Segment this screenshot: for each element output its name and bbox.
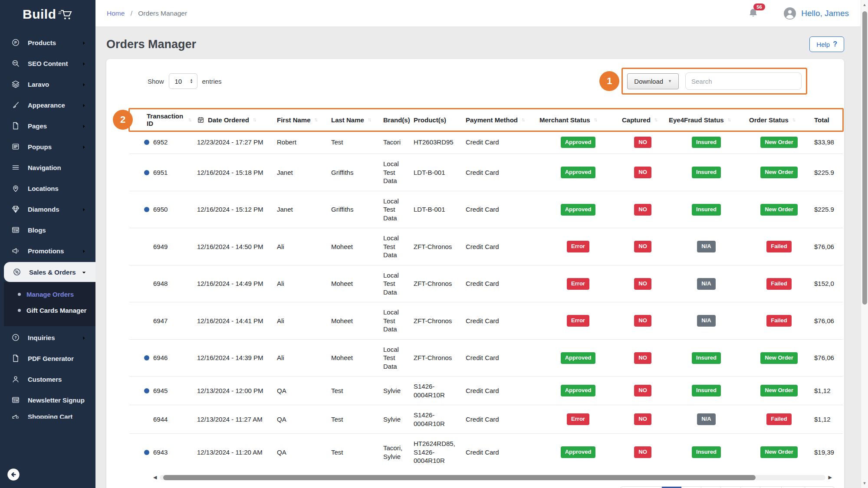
orders-table-zone: 2 Transaction ID↑↓Date Ordered↑↓First Na… — [129, 109, 843, 471]
download-search-area: 1 Download ▼ — [599, 68, 807, 95]
sidebar: Build PProductsSEOSEO ContentLaravoAppea… — [0, 0, 95, 488]
question-mark-icon: ? — [833, 40, 837, 48]
status-badge: Approved — [561, 352, 596, 364]
sidebar-item-shopping-cart[interactable]: Shopping Cart — [0, 413, 95, 419]
column-header-payment-method[interactable]: Payment Method↑↓ — [463, 109, 537, 131]
table-row[interactable]: 695212/23/2024 - 17:27 PMRobertTestTacor… — [129, 131, 843, 154]
status-badge: NO — [634, 413, 651, 425]
column-label: Last Name — [331, 116, 364, 124]
table-row[interactable]: 694512/13/2024 - 12:00 PMQATestSylvieS14… — [129, 377, 843, 405]
sidebar-item-sales-orders[interactable]: Sales & Orders — [4, 262, 95, 282]
sidebar-item-blogs[interactable]: Blogs — [0, 219, 95, 240]
sidebar-item-diamonds[interactable]: Diamonds — [0, 199, 95, 219]
horizontal-scroll-thumb[interactable] — [163, 475, 756, 480]
chevron_right-icon — [81, 206, 87, 212]
sidebar-item-pdf-generator[interactable]: PDF Generator — [0, 348, 95, 369]
scroll-up-icon[interactable]: ▲ — [861, 3, 868, 7]
column-header-first-name[interactable]: First Name↑↓ — [274, 109, 329, 131]
table-row[interactable]: 694712/16/2024 - 14:41 PMAliMoheetLocal … — [129, 302, 843, 340]
column-header-transaction-id[interactable]: Transaction ID↑↓ — [129, 109, 194, 131]
status-badge: New Order — [760, 385, 798, 396]
sidebar-item-appearance[interactable]: Appearance — [0, 95, 95, 115]
table-row[interactable]: 694812/16/2024 - 14:49 PMAliMoheetLocal … — [129, 265, 843, 302]
status-badge: NO — [634, 352, 651, 364]
search-input[interactable] — [685, 72, 802, 90]
status-badge: Insured — [692, 446, 721, 458]
sort-icon[interactable]: ↑↓ — [594, 117, 598, 123]
sidebar-item-navigation[interactable]: Navigation — [0, 157, 95, 178]
column-header-order-status[interactable]: Order Status↑↓ — [746, 109, 812, 131]
column-header-inner: Order Status↑↓ — [749, 116, 809, 124]
entries-value: 10 — [175, 78, 182, 85]
cell-products: S1426-0004R10R — [411, 405, 463, 434]
sort-icon[interactable]: ↑↓ — [521, 117, 525, 123]
chevron_right-icon — [81, 335, 87, 341]
breadcrumb-separator: / — [131, 10, 132, 17]
diamond-icon — [11, 205, 20, 213]
sort-icon[interactable]: ↑↓ — [188, 117, 192, 123]
sidebar-item-products[interactable]: PProducts — [0, 32, 95, 53]
column-header-last-name[interactable]: Last Name↑↓ — [329, 109, 381, 131]
transaction-id-value: 6950 — [153, 206, 168, 213]
column-label: Merchant Status — [539, 116, 590, 124]
table-row[interactable]: 695012/16/2024 - 15:12 PMJanetGriffithsL… — [129, 191, 843, 228]
column-header-date-ordered[interactable]: Date Ordered↑↓ — [194, 109, 274, 131]
build-logo[interactable]: Build — [23, 7, 95, 22]
sidebar-item-laravo[interactable]: Laravo — [0, 74, 95, 95]
sort-icon[interactable]: ↑↓ — [792, 117, 796, 123]
vertical-scroll-thumb[interactable] — [862, 11, 867, 305]
sidebar-item-customers[interactable]: Customers — [0, 369, 95, 390]
notifications-button[interactable]: 56 — [748, 8, 759, 19]
table-row[interactable]: 694412/13/2024 - 11:27 AMQATestSylvieS14… — [129, 405, 843, 434]
scroll-down-icon[interactable]: ▼ — [861, 481, 868, 485]
status-badge: New Order — [760, 204, 798, 216]
column-header-captured[interactable]: Captured↑↓ — [619, 109, 666, 131]
cell-payment-method: Credit Card — [463, 405, 537, 434]
scroll-right-icon[interactable]: ▶ — [829, 475, 832, 480]
sidebar-item-seo-content[interactable]: SEOSEO Content — [0, 53, 95, 74]
sidebar-item-locations[interactable]: Locations — [0, 178, 95, 199]
cell-merchant-status: Approved — [537, 191, 619, 228]
sort-icon[interactable]: ↑↓ — [253, 117, 256, 123]
avatar[interactable] — [783, 7, 797, 20]
transaction-id-value: 6947 — [153, 317, 168, 324]
sidebar-item-newsletter-signup[interactable]: Newsletter Signup — [0, 390, 95, 410]
cell-first-name: Ali — [274, 339, 329, 377]
transaction-id-value: 6943 — [153, 449, 168, 456]
column-label: Product(s) — [414, 116, 446, 124]
sort-icon[interactable]: ↑↓ — [314, 117, 318, 123]
table-row[interactable]: 694912/16/2024 - 14:50 PMAliMoheetLocal … — [129, 228, 843, 265]
table-row[interactable]: 695112/16/2024 - 15:18 PMJanetGriffithsL… — [129, 154, 843, 191]
sidebar-subitem-manage-orders[interactable]: Manage Orders — [4, 286, 95, 302]
sidebar-item-popups[interactable]: Popups — [0, 136, 95, 157]
user-greeting[interactable]: Hello, James — [801, 9, 849, 18]
sidebar-collapse-button[interactable] — [7, 468, 20, 481]
sidebar-item-inquiries[interactable]: ?Inquiries — [0, 327, 95, 348]
cell-captured: NO — [619, 191, 666, 228]
status-badge: Error — [567, 315, 589, 327]
status-badge: New Order — [760, 167, 798, 178]
breadcrumb-home-link[interactable]: Home — [107, 10, 125, 17]
user-icon — [11, 375, 20, 383]
column-header-eye4fraud-status[interactable]: Eye4Fraud Status↑↓ — [666, 109, 746, 131]
chevron_right-icon — [81, 102, 87, 108]
column-header-merchant-status[interactable]: Merchant Status↑↓ — [537, 109, 619, 131]
status-badge: Insured — [692, 385, 721, 396]
horizontal-scroll-track[interactable] — [160, 475, 825, 480]
sidebar-item-pages[interactable]: Pages — [0, 115, 95, 136]
entries-suffix: entries — [202, 78, 222, 85]
help-button[interactable]: Help ? — [809, 36, 844, 52]
column-label: Date Ordered — [208, 116, 249, 124]
entries-select[interactable]: 10 ▲▼ — [169, 73, 197, 89]
sort-icon[interactable]: ↑↓ — [368, 117, 372, 123]
download-button[interactable]: Download ▼ — [627, 73, 679, 89]
scroll-left-icon[interactable]: ◀ — [153, 475, 157, 480]
table-row[interactable]: 694612/16/2024 - 14:39 PMAliMoheetLocal … — [129, 339, 843, 377]
cell-first-name: Ali — [274, 302, 329, 340]
sidebar-item-promotions[interactable]: Promotions — [0, 240, 95, 261]
sort-icon[interactable]: ↑↓ — [727, 117, 731, 123]
sort-icon[interactable]: ↑↓ — [654, 117, 658, 123]
sidebar-subitem-gift-cards-manager[interactable]: Gift Cards Manager — [4, 302, 95, 318]
column-header-inner: Transaction ID↑↓ — [147, 112, 192, 127]
table-row[interactable]: 694312/13/2024 - 11:20 AMQATestTacori, S… — [129, 434, 843, 471]
